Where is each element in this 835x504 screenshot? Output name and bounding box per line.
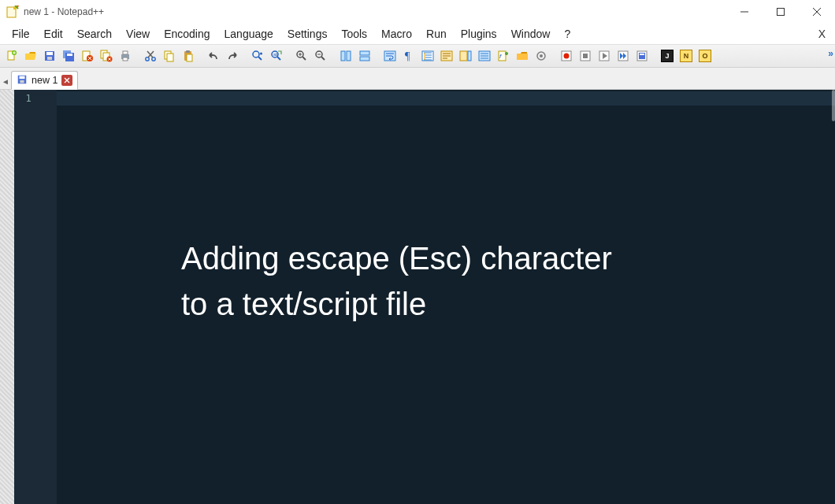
badge-j-icon[interactable]: J [659, 47, 676, 65]
menu-help[interactable]: ? [557, 26, 577, 42]
svg-text:¶: ¶ [405, 50, 410, 62]
open-file-icon[interactable] [22, 47, 39, 65]
print-icon[interactable] [117, 47, 134, 65]
editor-area: 1 Adding escape (Esc) character to a tex… [0, 90, 835, 504]
svg-rect-25 [167, 54, 173, 61]
window-title: new 1 - Notepad++ [24, 6, 104, 17]
menu-search[interactable]: Search [70, 26, 119, 42]
menu-file[interactable]: File [5, 26, 37, 42]
close-all-icon[interactable] [98, 47, 115, 65]
function-list-icon[interactable]: f [495, 47, 512, 65]
maximize-button[interactable] [763, 0, 799, 24]
line-number: 1 [14, 93, 43, 104]
redo-icon[interactable] [224, 47, 241, 65]
svg-rect-20 [123, 51, 128, 54]
find-icon[interactable] [249, 47, 266, 65]
menu-settings[interactable]: Settings [280, 26, 335, 42]
svg-rect-10 [47, 57, 52, 60]
cut-icon[interactable] [142, 47, 159, 65]
svg-rect-58 [640, 54, 644, 55]
menu-macro[interactable]: Macro [374, 26, 419, 42]
monitoring-icon[interactable] [533, 47, 550, 65]
zoom-in-icon[interactable] [293, 47, 310, 65]
macro-save-icon[interactable] [633, 47, 651, 65]
bookmark-margin[interactable] [0, 90, 14, 504]
svg-rect-28 [187, 54, 192, 61]
copy-icon[interactable] [161, 47, 178, 65]
minimize-button[interactable] [726, 0, 763, 24]
doc-list-icon[interactable] [476, 47, 493, 65]
tab-scroll-left-icon[interactable]: ◄ [2, 73, 9, 89]
app-icon [6, 6, 19, 18]
zoom-out-icon[interactable] [312, 47, 329, 65]
tab-new-1[interactable]: new 1 [11, 71, 78, 90]
svg-point-49 [540, 54, 543, 57]
show-all-chars-icon[interactable]: ¶ [400, 47, 418, 65]
overlay-caption: Adding escape (Esc) character to a text/… [181, 235, 685, 327]
menu-language[interactable]: Language [217, 26, 280, 42]
tab-close-button[interactable] [61, 75, 72, 86]
tab-label: new 1 [32, 75, 58, 86]
menu-edit[interactable]: Edit [37, 26, 70, 42]
folder-workspace-icon[interactable] [514, 47, 531, 65]
doc-map-icon[interactable] [457, 47, 474, 65]
word-wrap-icon[interactable] [381, 47, 399, 65]
menu-run[interactable]: Run [419, 26, 454, 42]
udl-dialog-icon[interactable] [438, 47, 455, 65]
macro-play-icon[interactable] [596, 47, 613, 65]
overlay-line-2: to a text/script file [181, 281, 685, 327]
badge-n-icon[interactable]: N [677, 47, 695, 65]
menu-window[interactable]: Window [504, 26, 558, 42]
overlay-line-1: Adding escape (Esc) character [181, 235, 685, 281]
svg-rect-9 [46, 52, 53, 55]
current-line-highlight [57, 91, 835, 106]
new-file-icon[interactable] [3, 47, 20, 65]
svg-rect-37 [360, 57, 369, 61]
svg-rect-43 [468, 51, 471, 61]
svg-rect-34 [341, 51, 345, 61]
close-file-icon[interactable] [79, 47, 96, 65]
close-window-button[interactable] [799, 0, 835, 24]
menu-view[interactable]: View [119, 26, 157, 42]
mdi-close-button[interactable]: X [815, 28, 830, 40]
svg-rect-13 [67, 54, 72, 56]
save-icon[interactable] [41, 47, 58, 65]
tab-file-icon [17, 74, 28, 87]
svg-text:ab: ab [273, 52, 278, 57]
menu-bar: File Edit Search View Encoding Language … [0, 24, 835, 44]
svg-rect-53 [583, 54, 588, 58]
paste-icon[interactable] [180, 47, 197, 65]
svg-rect-3 [777, 9, 785, 16]
svg-rect-61 [20, 80, 24, 83]
sync-vertical-icon[interactable] [337, 47, 354, 65]
tab-strip: ◄ new 1 [0, 68, 835, 90]
svg-rect-60 [20, 76, 25, 79]
badge-o-icon[interactable]: O [696, 47, 714, 65]
svg-rect-42 [460, 51, 467, 61]
vertical-scrollbar[interactable] [832, 90, 835, 121]
undo-icon[interactable] [205, 47, 222, 65]
svg-point-47 [505, 52, 508, 55]
menu-plugins[interactable]: Plugins [454, 26, 504, 42]
replace-icon[interactable]: ab [268, 47, 285, 65]
svg-point-29 [253, 51, 259, 57]
fold-margin[interactable] [43, 90, 57, 504]
menu-encoding[interactable]: Encoding [157, 26, 217, 42]
indent-guide-icon[interactable] [419, 47, 436, 65]
menu-tools[interactable]: Tools [334, 26, 374, 42]
svg-rect-35 [347, 51, 351, 61]
sync-horizontal-icon[interactable] [356, 47, 373, 65]
title-bar: new 1 - Notepad++ [0, 0, 835, 24]
svg-rect-21 [123, 57, 128, 61]
macro-stop-icon[interactable] [577, 47, 594, 65]
svg-rect-36 [360, 51, 369, 55]
macro-play-multi-icon[interactable] [614, 47, 632, 65]
line-number-gutter: 1 [14, 90, 43, 504]
toolbar-overflow-icon[interactable]: » [828, 48, 832, 59]
toolbar: ab ¶ f J N O » [0, 44, 835, 68]
macro-record-icon[interactable] [558, 47, 575, 65]
svg-rect-27 [186, 50, 190, 53]
svg-point-51 [564, 54, 570, 59]
save-all-icon[interactable] [60, 47, 77, 65]
